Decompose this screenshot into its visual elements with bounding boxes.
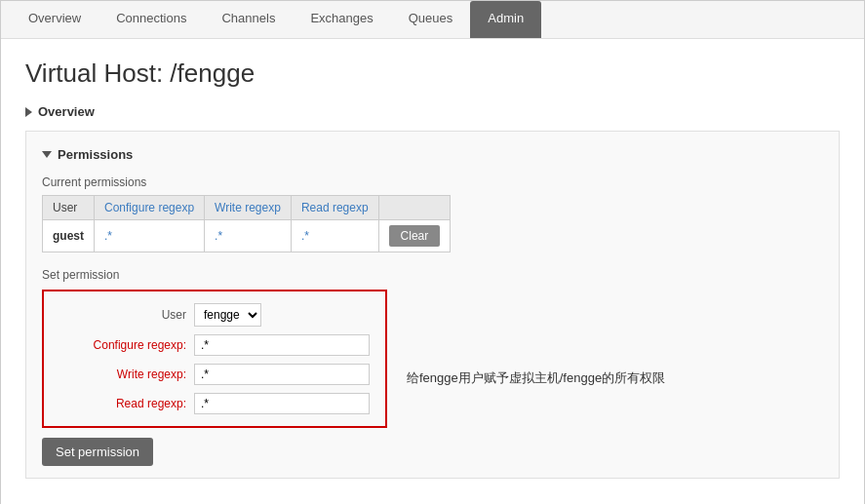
current-permissions-label: Current permissions: [42, 175, 823, 189]
main-content: Virtual Host: /fengge Overview Permissio…: [1, 39, 864, 504]
col-header-configure: Configure regexp: [95, 196, 205, 220]
read-regexp-input[interactable]: [194, 393, 370, 414]
write-regexp-input[interactable]: [194, 364, 370, 385]
cell-action: Clear: [378, 220, 451, 252]
tab-connections[interactable]: Connections: [98, 1, 204, 38]
configure-field-label: Configure regexp:: [59, 338, 186, 352]
col-header-action: [378, 196, 451, 220]
form-container: User fengge Configure regexp: Wri: [42, 290, 387, 466]
form-row-user: User fengge: [59, 303, 370, 327]
col-header-user: User: [43, 196, 95, 220]
cell-user: guest: [43, 220, 95, 252]
overview-section-label: Overview: [38, 104, 95, 119]
set-permission-button[interactable]: Set permission: [42, 438, 153, 466]
page-title: Virtual Host: /fengge: [25, 58, 840, 89]
set-permission-label: Set permission: [42, 268, 823, 282]
form-row-configure: Configure regexp:: [59, 334, 370, 356]
set-permission-form: User fengge Configure regexp: Wri: [42, 290, 387, 428]
overview-arrow-icon: [25, 107, 32, 117]
user-select[interactable]: fengge: [194, 303, 261, 327]
cell-write: .*: [205, 220, 292, 252]
tab-queues[interactable]: Queues: [391, 1, 471, 38]
annotation-text: 给fengge用户赋予虚拟主机/fengge的所有权限: [407, 369, 665, 387]
configure-regexp-input[interactable]: [194, 334, 370, 356]
overview-header[interactable]: Overview: [25, 100, 840, 123]
form-row-read: Read regexp:: [59, 393, 370, 414]
permissions-header[interactable]: Permissions: [42, 143, 823, 166]
cell-configure: .*: [95, 220, 205, 252]
tab-admin[interactable]: Admin: [470, 1, 541, 38]
permissions-section-label: Permissions: [58, 147, 133, 162]
form-row-write: Write regexp:: [59, 364, 370, 385]
form-area: User fengge Configure regexp: Wri: [42, 290, 823, 466]
read-field-label: Read regexp:: [59, 397, 186, 410]
col-header-write: Write regexp: [205, 196, 292, 220]
overview-section: Overview: [25, 100, 840, 123]
clear-button[interactable]: Clear: [389, 225, 441, 247]
table-row: guest .* .* .* Clear: [43, 220, 451, 252]
col-header-read: Read regexp: [291, 196, 378, 220]
permissions-section: Permissions Current permissions User Con…: [25, 131, 840, 479]
cell-read: .*: [291, 220, 378, 252]
user-field-label: User: [59, 308, 186, 322]
permissions-table: User Configure regexp Write regexp Read …: [42, 195, 451, 252]
tab-overview[interactable]: Overview: [11, 1, 98, 38]
app-window: Overview Connections Channels Exchanges …: [0, 0, 865, 504]
top-navigation: Overview Connections Channels Exchanges …: [1, 1, 864, 39]
tab-exchanges[interactable]: Exchanges: [293, 1, 390, 38]
write-field-label: Write regexp:: [59, 368, 186, 381]
permissions-arrow-icon: [42, 151, 52, 158]
tab-channels[interactable]: Channels: [204, 1, 293, 38]
